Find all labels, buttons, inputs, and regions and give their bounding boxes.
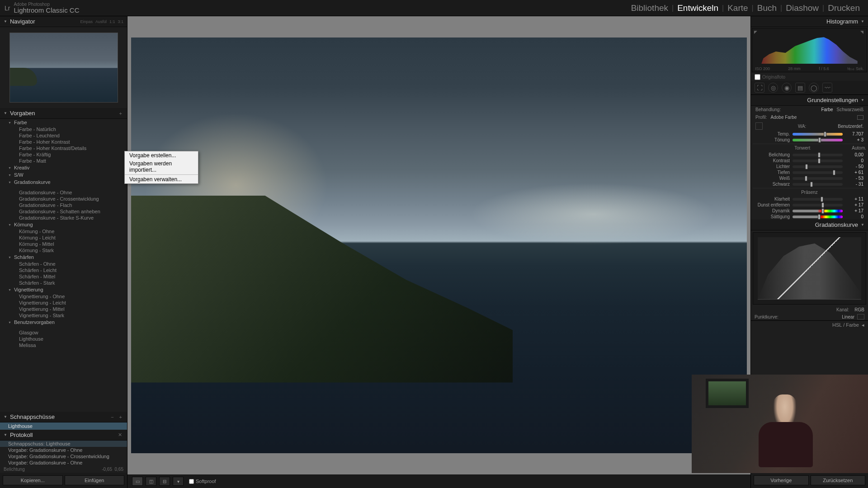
ctx-manage-presets[interactable]: Vorgaben verwalten...	[125, 175, 198, 183]
preset-item[interactable]: Gradationskurve - Schatten anheben	[0, 208, 127, 215]
preset-item[interactable]: Vignettierung - Ohne	[0, 293, 127, 300]
contrast-slider[interactable]	[793, 160, 843, 162]
profile-browser-icon[interactable]	[857, 115, 863, 120]
highlights-slider[interactable]	[793, 165, 843, 168]
spot-tool-icon[interactable]: ◎	[768, 83, 778, 93]
exposure-slider[interactable]	[793, 154, 843, 156]
treatment-bw[interactable]: Schwarzweiß	[837, 107, 863, 112]
presets-plus-icon[interactable]: +	[118, 111, 123, 116]
navigator-zoom-opts[interactable]: EinpasAusfül1:13:1	[80, 19, 123, 24]
module-print[interactable]: Drucken	[824, 3, 863, 13]
history-clear[interactable]: ✕	[117, 432, 123, 438]
snapshot-item[interactable]: Lighthouse	[0, 422, 127, 430]
blacks-slider[interactable]	[793, 183, 843, 186]
history-item[interactable]: Vorgabe: Gradationskurve - Ohne	[0, 460, 127, 466]
preset-group[interactable]: ▼Körnung	[0, 221, 127, 228]
radial-tool-icon[interactable]: ◯	[809, 83, 819, 93]
preset-item[interactable]: Vignettierung - Mittel	[0, 306, 127, 312]
history-item[interactable]: Vorgabe: Gradationskurve - Ohne	[0, 447, 127, 453]
hsl-header[interactable]: HSL / Farbe ◂	[751, 320, 868, 329]
preset-group[interactable]: ▼Gradationskurve	[0, 178, 127, 186]
highlight-clip-icon[interactable]: ◥	[860, 30, 865, 34]
module-slideshow[interactable]: Diashow	[782, 3, 822, 13]
original-checkbox[interactable]	[755, 74, 760, 80]
view-compare-icon[interactable]: ◫	[146, 477, 156, 486]
module-book[interactable]: Buch	[754, 3, 780, 13]
histogram-header[interactable]: Histogramm ▼	[751, 16, 868, 27]
preset-item[interactable]: Gradationskurve - Flach	[0, 202, 127, 208]
curve-channel-dropdown[interactable]: RGB	[854, 307, 864, 312]
navigator-header[interactable]: ▼ Navigator EinpasAusfül1:13:1	[0, 16, 127, 27]
preset-group[interactable]: ▼Farbe	[0, 119, 127, 126]
preset-item[interactable]: Gradationskurve - Starke S-Kurve	[0, 215, 127, 221]
history-item[interactable]: Belichtung	[4, 467, 25, 472]
view-loupe-icon[interactable]: ▭	[132, 477, 143, 486]
ctx-import-presets[interactable]: Vorgaben werden importiert...	[125, 160, 198, 174]
preset-group[interactable]: ▼Kreativ	[0, 164, 127, 171]
tonecurve-header[interactable]: Gradationskurve ▼	[751, 220, 868, 230]
preset-item[interactable]: Farbe - Hoher Kontrast	[0, 139, 127, 145]
presets-header[interactable]: ▼ Vorgaben +	[0, 108, 127, 119]
snapshots-header[interactable]: ▼ Schnappschüsse − +	[0, 412, 127, 422]
preset-item[interactable]: Vignettierung - Stark	[0, 312, 127, 319]
preset-item[interactable]: Gradationskurve - Ohne	[0, 189, 127, 196]
snapshots-plus[interactable]: +	[118, 414, 123, 420]
view-before-after-icon[interactable]: ⊟	[159, 477, 170, 486]
preset-group[interactable]: ▼Schärfen	[0, 253, 127, 261]
tonecurve-graph[interactable]	[753, 232, 866, 305]
navigator-thumbnail[interactable]	[9, 33, 118, 103]
dehaze-slider[interactable]	[793, 204, 843, 206]
preset-item[interactable]: Schärfen - Stark	[0, 280, 127, 286]
module-library[interactable]: Bibliothek	[627, 3, 672, 13]
ctx-create-preset[interactable]: Vorgabe erstellen...	[125, 151, 198, 160]
brush-tool-icon[interactable]: 〰	[822, 83, 832, 93]
softproof-checkbox[interactable]	[189, 479, 194, 484]
crop-tool-icon[interactable]: ⛶	[755, 83, 764, 93]
tint-slider[interactable]	[793, 139, 843, 141]
temp-slider[interactable]	[793, 133, 843, 136]
softproof-toggle[interactable]: Softproof	[189, 479, 216, 484]
preset-item[interactable]: Schärfen - Leicht	[0, 267, 127, 273]
preset-item[interactable]: Schärfen - Ohne	[0, 261, 127, 267]
preset-item[interactable]: Körnung - Leicht	[0, 235, 127, 241]
previous-button[interactable]: Vorherige	[754, 475, 809, 485]
clarity-slider[interactable]	[793, 198, 843, 201]
paste-button[interactable]: Einfügen	[65, 475, 125, 485]
view-dropdown-icon[interactable]: ▾	[173, 477, 184, 486]
copy-button[interactable]: Kopieren...	[3, 475, 63, 485]
basic-header[interactable]: Grundeinstellungen ▼	[751, 95, 868, 106]
saturation-slider[interactable]	[793, 216, 843, 218]
redeye-tool-icon[interactable]: ◉	[782, 83, 792, 93]
shadow-clip-icon[interactable]: ◤	[754, 30, 759, 34]
preset-item[interactable]: Melissa	[0, 342, 127, 348]
snapshots-minus[interactable]: −	[109, 414, 115, 420]
wb-dropper-icon[interactable]	[755, 122, 763, 130]
preset-item[interactable]: Körnung - Stark	[0, 247, 127, 253]
module-map[interactable]: Karte	[724, 3, 751, 13]
preset-item[interactable]: Farbe - Leuchtend	[0, 132, 127, 139]
preset-group[interactable]: ▼Benutzervorgaben	[0, 319, 127, 326]
treatment-color[interactable]: Farbe	[821, 107, 833, 112]
preset-group[interactable]: ▼S/W	[0, 171, 127, 178]
preset-item[interactable]: Farbe - Natürlich	[0, 126, 127, 132]
preset-item[interactable]: Vignettierung - Leicht	[0, 300, 127, 306]
auto-tone-button[interactable]: Autom.	[852, 145, 866, 150]
vibrance-slider[interactable]	[793, 210, 843, 212]
preset-item[interactable]: Schärfen - Mittel	[0, 273, 127, 280]
preset-item[interactable]: Lighthouse	[0, 336, 127, 342]
history-header[interactable]: ▼ Protokoll ✕	[0, 430, 127, 441]
reset-button[interactable]: Zurücksetzen	[811, 475, 866, 485]
history-item[interactable]: Schnappschuss: Lighthouse	[0, 441, 127, 447]
preset-item[interactable]: Farbe - Hoher Kontrast/Details	[0, 145, 127, 151]
whites-slider[interactable]	[793, 177, 843, 180]
pointcurve-dropdown[interactable]: Linear	[842, 314, 854, 319]
preset-group[interactable]: ▼Vignettierung	[0, 286, 127, 293]
original-photo-toggle[interactable]: Originalfoto	[751, 73, 868, 81]
shadows-slider[interactable]	[793, 171, 843, 174]
preset-item[interactable]: Gradationskurve - Crossentwicklung	[0, 196, 127, 202]
preset-item[interactable]: Farbe - Kräftig	[0, 151, 127, 158]
preset-item[interactable]: Körnung - Ohne	[0, 228, 127, 235]
module-develop[interactable]: Entwickeln	[674, 3, 722, 13]
preset-item[interactable]: Glasgow	[0, 329, 127, 336]
preset-item[interactable]: Farbe - Matt	[0, 158, 127, 164]
